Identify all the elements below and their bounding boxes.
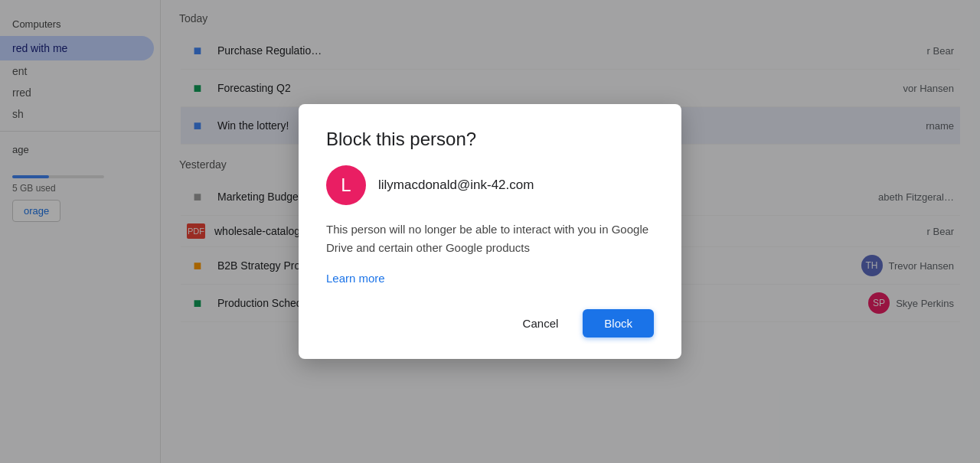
modal-overlay[interactable]: Block this person? L lilymacdonald@ink-4… — [0, 0, 980, 463]
modal-description: This person will no longer be able to in… — [326, 220, 654, 256]
app-layout: Computers red with me ent rred sh age 5 … — [0, 0, 980, 463]
modal-user-row: L lilymacdonald@ink-42.com — [326, 165, 654, 205]
modal-actions: Cancel Block — [326, 309, 654, 337]
block-button[interactable]: Block — [583, 309, 654, 337]
modal-user-email: lilymacdonald@ink-42.com — [378, 178, 534, 193]
modal-avatar-letter: L — [341, 174, 351, 196]
cancel-button[interactable]: Cancel — [511, 309, 571, 337]
learn-more-link[interactable]: Learn more — [326, 272, 385, 285]
modal-user-avatar: L — [326, 165, 366, 205]
modal-title: Block this person? — [326, 129, 654, 150]
block-person-modal: Block this person? L lilymacdonald@ink-4… — [299, 104, 681, 359]
